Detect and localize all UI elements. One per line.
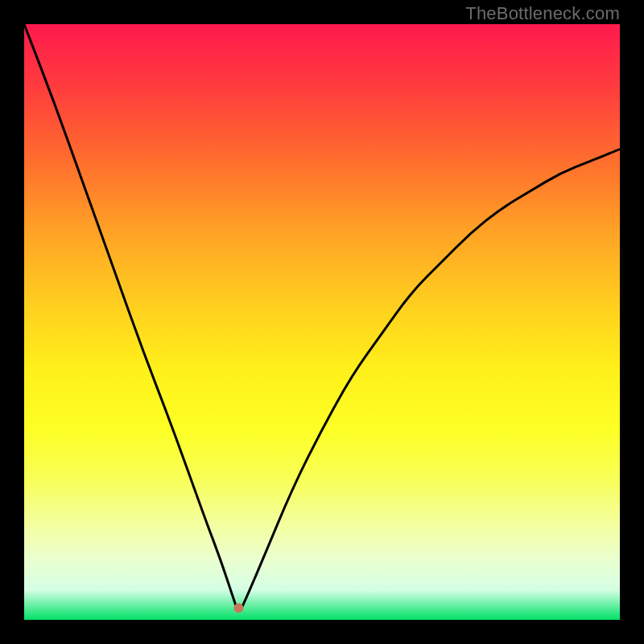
watermark-text: TheBottleneck.com <box>465 3 620 24</box>
curve-svg <box>24 24 620 620</box>
plot-area <box>24 24 620 620</box>
bottleneck-curve <box>24 24 620 610</box>
chart-frame: TheBottleneck.com <box>0 0 644 644</box>
optimal-marker <box>233 603 243 613</box>
